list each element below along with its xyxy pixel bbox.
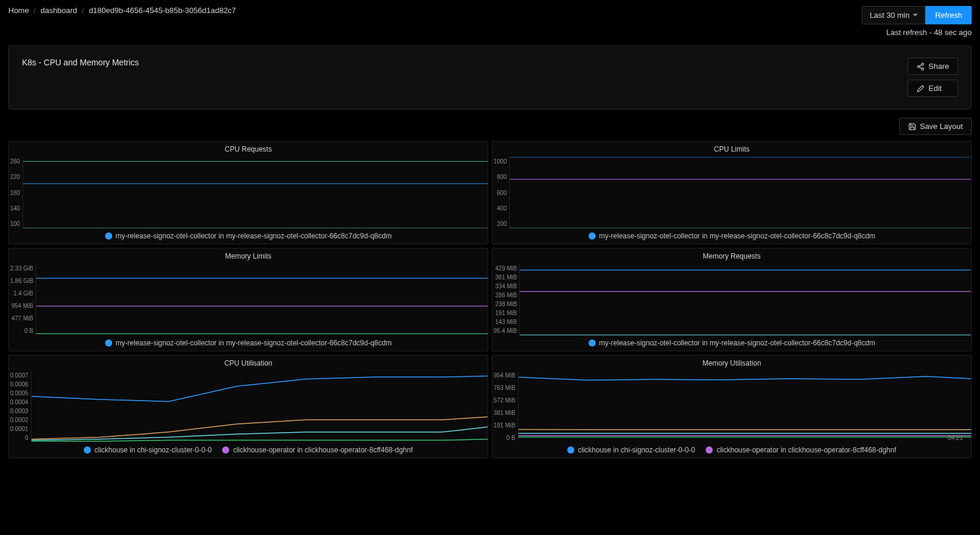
legend-item[interactable]: my-release-signoz-otel-collector in my-r…	[105, 232, 392, 240]
chart-legend: clickhouse in chi-signoz-cluster-0-0-0cl…	[492, 442, 971, 458]
legend-swatch	[84, 446, 91, 454]
chart-legend: clickhouse in chi-signoz-cluster-0-0-0cl…	[9, 442, 488, 458]
legend-item[interactable]: clickhouse-operator in clickhouse-operat…	[222, 446, 413, 454]
y-axis: 2.33 GiB1.86 GiB1.4 GiB954 MiB477 MiB0 B	[9, 264, 36, 335]
refresh-button[interactable]: Refresh	[925, 6, 972, 24]
legend-swatch	[589, 232, 596, 240]
time-range-label: Last 30 min	[870, 11, 909, 20]
legend-swatch	[706, 446, 713, 454]
svg-line-4	[919, 67, 922, 68]
legend-item[interactable]: clickhouse in chi-signoz-cluster-0-0-0	[84, 446, 211, 454]
breadcrumb-item: d180ed9b-4656-4545-b85b-3056d1ad82c7	[88, 6, 236, 15]
legend-swatch	[105, 339, 112, 347]
save-icon	[908, 122, 916, 131]
y-axis: 0.00070.00060.00050.00040.00030.00020.00…	[9, 371, 31, 442]
panel-title: CPU Limits	[492, 141, 971, 157]
chart-plot[interactable]	[23, 157, 488, 228]
legend-item[interactable]: my-release-signoz-otel-collector in my-r…	[589, 232, 875, 240]
panel-grid: CPU Requests260220180140100my-release-si…	[0, 141, 980, 467]
chart-legend: my-release-signoz-otel-collector in my-r…	[492, 335, 971, 351]
y-axis: 1000800600400200	[492, 157, 509, 228]
time-range-picker[interactable]: Last 30 min	[862, 6, 925, 24]
legend-swatch	[589, 339, 596, 347]
svg-point-0	[922, 63, 924, 65]
last-refresh-text: Last refresh - 48 sec ago	[886, 28, 972, 37]
panel-title: Memory Requests	[492, 248, 971, 264]
breadcrumb-sep: /	[82, 6, 84, 15]
chart-panel-cpu_limits: CPU Limits1000800600400200my-release-sig…	[492, 141, 972, 244]
legend-item[interactable]: my-release-signoz-otel-collector in my-r…	[589, 339, 875, 347]
svg-point-2	[922, 68, 924, 70]
legend-label: clickhouse in chi-signoz-cluster-0-0-0	[94, 446, 211, 454]
chart-plot[interactable]: 04:21	[518, 371, 971, 442]
y-axis: 429 MiB381 MiB334 MiB286 MiB238 MiB191 M…	[492, 264, 519, 335]
legend-label: clickhouse in chi-signoz-cluster-0-0-0	[578, 446, 695, 454]
breadcrumb-sep: /	[34, 6, 36, 15]
panel-title: Memory Utilisation	[492, 355, 971, 371]
chart-panel-memory_requests: Memory Requests429 MiB381 MiB334 MiB286 …	[492, 248, 972, 351]
legend-label: clickhouse-operator in clickhouse-operat…	[716, 446, 896, 454]
y-axis: 954 MiB763 MiB572 MiB381 MiB191 MiB0 B	[492, 371, 518, 442]
legend-item[interactable]: clickhouse-operator in clickhouse-operat…	[706, 446, 896, 454]
chart-panel-cpu_util: CPU Utilisation0.00070.00060.00050.00040…	[8, 355, 488, 458]
save-layout-button[interactable]: Save Layout	[899, 118, 972, 135]
legend-swatch	[105, 232, 112, 240]
share-button[interactable]: Share	[908, 58, 958, 75]
breadcrumb: Home/dashboard/d180ed9b-4656-4545-b85b-3…	[8, 6, 236, 15]
legend-label: my-release-signoz-otel-collector in my-r…	[599, 232, 875, 240]
chart-plot[interactable]	[31, 371, 488, 442]
y-axis: 260220180140100	[9, 157, 23, 228]
share-icon	[916, 62, 925, 71]
panel-title: CPU Utilisation	[9, 355, 488, 371]
chart-plot[interactable]	[36, 264, 488, 335]
legend-label: clickhouse-operator in clickhouse-operat…	[233, 446, 413, 454]
legend-label: my-release-signoz-otel-collector in my-r…	[116, 339, 392, 347]
chart-plot[interactable]	[509, 157, 971, 228]
chart-legend: my-release-signoz-otel-collector in my-r…	[9, 228, 488, 244]
legend-swatch	[567, 446, 574, 454]
panel-title: CPU Requests	[9, 141, 488, 157]
svg-line-3	[919, 64, 922, 65]
svg-point-1	[918, 65, 920, 68]
chart-panel-cpu_requests: CPU Requests260220180140100my-release-si…	[8, 141, 488, 244]
edit-button[interactable]: Edit	[908, 80, 958, 97]
chart-panel-memory_util: Memory Utilisation954 MiB763 MiB572 MiB3…	[492, 355, 972, 458]
legend-label: my-release-signoz-otel-collector in my-r…	[599, 339, 875, 347]
chevron-down-icon	[913, 14, 918, 17]
chart-plot[interactable]	[519, 264, 971, 335]
chart-legend: my-release-signoz-otel-collector in my-r…	[9, 335, 488, 351]
dashboard-title: K8s - CPU and Memory Metrics	[22, 58, 139, 67]
breadcrumb-item[interactable]: Home	[8, 6, 29, 15]
panel-title: Memory Limits	[9, 248, 488, 264]
dashboard-header-card: K8s - CPU and Memory Metrics Share Edit	[8, 45, 972, 109]
legend-item[interactable]: my-release-signoz-otel-collector in my-r…	[105, 339, 392, 347]
edit-icon	[916, 84, 925, 93]
chart-panel-memory_limits: Memory Limits2.33 GiB1.86 GiB1.4 GiB954 …	[8, 248, 488, 351]
chart-legend: my-release-signoz-otel-collector in my-r…	[492, 228, 971, 244]
legend-swatch	[222, 446, 229, 454]
x-tick: 04:21	[948, 435, 963, 441]
breadcrumb-item[interactable]: dashboard	[40, 6, 77, 15]
legend-label: my-release-signoz-otel-collector in my-r…	[116, 232, 392, 240]
legend-item[interactable]: clickhouse in chi-signoz-cluster-0-0-0	[567, 446, 695, 454]
